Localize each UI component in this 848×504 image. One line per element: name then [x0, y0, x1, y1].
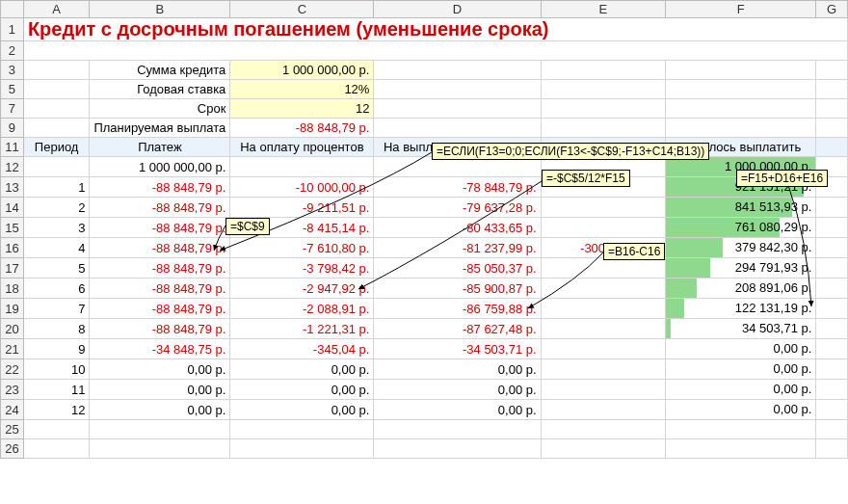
formula-f16: =F15+D16+E16 — [736, 170, 828, 187]
title-row: 1 Кредит с досрочным погашением (уменьше… — [1, 18, 848, 41]
remaining-cell[interactable]: 0,00 р. — [665, 359, 815, 380]
input-rate-row: 5 Годовая ставка 12% — [1, 80, 848, 99]
remaining-cell[interactable]: 761 080,29 р. — [665, 218, 815, 238]
remaining-cell[interactable]: 379 842,30 р. — [665, 238, 815, 258]
table-row: 142-88 848,79 р.-9 211,51 р.-79 637,28 р… — [1, 198, 848, 218]
input-term[interactable]: 12 — [230, 99, 374, 119]
value-planned: -88 848,79 р. — [230, 119, 374, 138]
remaining-cell[interactable]: 841 513,93 р. — [665, 198, 815, 218]
remaining-cell[interactable]: 0,00 р. — [665, 339, 815, 359]
table-row: 219-34 848,75 р.-345,04 р.-34 503,71 р.0… — [1, 339, 848, 359]
column-titles-row: 11 Период Платеж На оплату процентов На … — [1, 138, 848, 157]
table-row: 208-88 848,79 р.-1 221,31 р.-87 627,48 р… — [1, 319, 848, 339]
label-planned: Планируемая выплата — [90, 119, 230, 138]
hdr-interest: На оплату процентов — [230, 138, 374, 157]
col-G[interactable]: G — [816, 1, 848, 18]
col-F[interactable]: F — [665, 1, 815, 18]
formula-d13: =-$C$5/12*F15 — [542, 170, 630, 187]
remaining-cell[interactable]: 0,00 р. — [665, 380, 815, 400]
remaining-cell[interactable]: 208 891,06 р. — [665, 279, 815, 299]
page-title: Кредит с досрочным погашением (уменьшени… — [23, 18, 847, 41]
label-term: Срок — [90, 99, 230, 119]
remaining-cell[interactable]: 122 131,19 р. — [665, 299, 815, 319]
col-B[interactable]: B — [90, 1, 230, 18]
table-row: 121 000 000,00 р.1 000 000,00 р. — [1, 157, 848, 177]
remaining-cell[interactable]: 0,00 р. — [665, 400, 815, 420]
col-A[interactable]: A — [23, 1, 90, 18]
table-row: 131-88 848,79 р.-10 000,00 р.-78 848,79 … — [1, 177, 848, 198]
col-C[interactable]: C — [230, 1, 374, 18]
table-row: 23110,00 р.0,00 р.0,00 р.0,00 р. — [1, 380, 848, 400]
input-term-row: 7 Срок 12 — [1, 99, 848, 119]
table-row: 186-88 848,79 р.-2 947,92 р.-85 900,87 р… — [1, 279, 848, 299]
formula-e16: =B16-C16 — [603, 243, 665, 260]
table-row: 197-88 848,79 р.-2 088,91 р.-86 759,88 р… — [1, 299, 848, 319]
input-sum[interactable]: 1 000 000,00 р. — [230, 61, 374, 80]
remaining-cell[interactable]: 294 791,93 р. — [665, 258, 815, 279]
input-sum-row: 3 Сумма кредита 1 000 000,00 р. — [1, 61, 848, 80]
formula-b13: =$C$9 — [225, 218, 270, 235]
spreadsheet-grid[interactable]: A B C D E F G 1 Кредит с досрочным погаш… — [0, 0, 848, 459]
planned-row: 9 Планируемая выплата -88 848,79 р. — [1, 119, 848, 138]
table-row: 22100,00 р.0,00 р.0,00 р.0,00 р. — [1, 359, 848, 380]
label-rate: Годовая ставка — [90, 80, 230, 99]
hdr-period: Период — [23, 138, 90, 157]
input-rate[interactable]: 12% — [230, 80, 374, 99]
table-row: 24120,00 р.0,00 р.0,00 р.0,00 р. — [1, 400, 848, 420]
hdr-payment: Платеж — [90, 138, 230, 157]
col-E[interactable]: E — [541, 1, 665, 18]
column-headers: A B C D E F G — [1, 1, 848, 18]
label-sum: Сумма кредита — [90, 61, 230, 80]
table-row: 153-88 848,79 р.-8 415,14 р.-80 433,65 р… — [1, 218, 848, 238]
table-row: 164-88 848,79 р.-7 610,80 р.-81 237,99 р… — [1, 238, 848, 258]
col-D[interactable]: D — [374, 1, 541, 18]
table-row: 175-88 848,79 р.-3 798,42 р.-85 050,37 р… — [1, 258, 848, 279]
remaining-cell[interactable]: 34 503,71 р. — [665, 319, 815, 339]
formula-if: =ЕСЛИ(F13=0;0;ЕСЛИ(F13<-$C$9;-F13+C14;B1… — [432, 143, 709, 160]
